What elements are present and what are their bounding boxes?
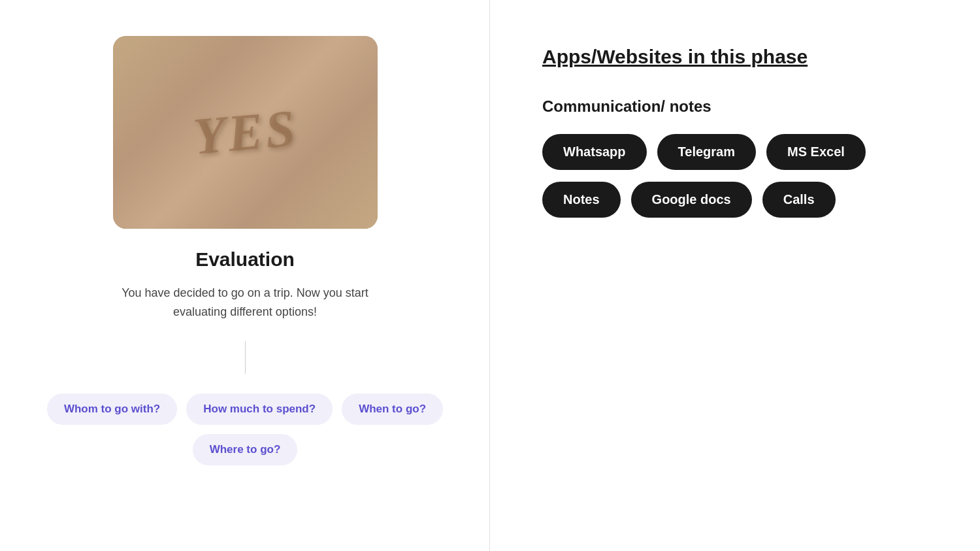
subsection-heading: Communication/ notes <box>542 97 711 116</box>
apps-row-1: Whatsapp Telegram MS Excel <box>542 134 866 170</box>
tag-where[interactable]: Where to go? <box>193 434 298 465</box>
app-calls[interactable]: Calls <box>762 182 836 218</box>
tags-container: Whom to go with? How much to spend? When… <box>33 393 457 465</box>
yes-image-container: YES <box>113 36 378 229</box>
app-notes[interactable]: Notes <box>542 182 621 218</box>
app-whatsapp[interactable]: Whatsapp <box>542 134 647 170</box>
phase-description: You have decided to go on a trip. Now yo… <box>118 284 372 322</box>
apps-grid: Whatsapp Telegram MS Excel Notes Google … <box>542 134 866 218</box>
tag-when[interactable]: When to go? <box>342 393 443 425</box>
tag-whom[interactable]: Whom to go with? <box>47 393 177 425</box>
right-panel: Apps/Websites in this phase Communicatio… <box>490 0 980 551</box>
phase-title: Evaluation <box>195 248 295 271</box>
app-msexcel[interactable]: MS Excel <box>766 134 866 170</box>
app-telegram[interactable]: Telegram <box>657 134 756 170</box>
yes-sand-image: YES <box>113 36 378 229</box>
apps-row-2: Notes Google docs Calls <box>542 182 866 218</box>
tag-spend[interactable]: How much to spend? <box>186 393 333 425</box>
panel-divider <box>489 0 490 551</box>
app-googledocs[interactable]: Google docs <box>631 182 752 218</box>
yes-text: YES <box>191 98 299 166</box>
vertical-divider <box>245 341 246 374</box>
left-panel: YES Evaluation You have decided to go on… <box>0 0 490 551</box>
section-heading: Apps/Websites in this phase <box>542 46 808 68</box>
